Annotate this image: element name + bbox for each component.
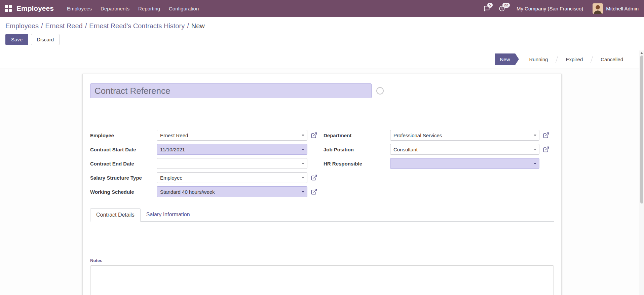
working-schedule-field[interactable] bbox=[157, 186, 307, 197]
contract-end-date-field[interactable] bbox=[157, 158, 307, 169]
field-row-working-schedule: Working Schedule bbox=[90, 186, 307, 197]
contract-start-date-field[interactable] bbox=[157, 144, 307, 155]
main-menu: Employees Departments Reporting Configur… bbox=[63, 0, 203, 17]
stage-cancelled[interactable]: Cancelled bbox=[595, 53, 629, 65]
left-column: Employee Contract Start Date bbox=[90, 130, 307, 200]
kanban-state-icon[interactable] bbox=[376, 87, 384, 95]
apps-menu-icon[interactable] bbox=[5, 5, 12, 12]
salary-structure-type-label: Salary Structure Type bbox=[90, 175, 157, 181]
external-link-icon[interactable] bbox=[543, 146, 550, 153]
breadcrumb-separator: / bbox=[83, 22, 89, 30]
company-switcher[interactable]: My Company (San Francisco) bbox=[517, 6, 583, 11]
user-avatar[interactable] bbox=[593, 3, 603, 14]
dropdown-caret-icon[interactable] bbox=[534, 149, 536, 150]
job-position-input[interactable] bbox=[390, 144, 539, 155]
breadcrumb-separator: / bbox=[185, 22, 191, 30]
navbar-right: 5 22 My Company (San Francisco) Mitchell… bbox=[475, 3, 639, 14]
breadcrumb-separator: / bbox=[39, 22, 45, 30]
activities-badge: 22 bbox=[502, 3, 510, 8]
scrollbar-thumb[interactable] bbox=[640, 56, 643, 204]
dropdown-caret-icon[interactable] bbox=[302, 177, 304, 179]
menu-configuration[interactable]: Configuration bbox=[164, 4, 203, 13]
dropdown-caret-icon[interactable] bbox=[302, 149, 304, 150]
tab-contract-details[interactable]: Contract Details bbox=[90, 208, 141, 222]
field-row-department: Department bbox=[324, 130, 539, 141]
external-link-icon[interactable] bbox=[311, 188, 317, 195]
avatar-image bbox=[593, 3, 603, 14]
save-button[interactable]: Save bbox=[5, 34, 28, 45]
field-row-contract-start-date: Contract Start Date bbox=[90, 144, 307, 155]
messages-button[interactable]: 5 bbox=[484, 5, 490, 12]
content-area: Employee Contract Start Date bbox=[0, 69, 644, 295]
stage-running[interactable]: Running bbox=[524, 53, 554, 65]
breadcrumb: Employees/Ernest Reed/Ernest Reed's Cont… bbox=[0, 17, 644, 30]
tab-salary-information[interactable]: Salary Information bbox=[141, 208, 196, 222]
app-name[interactable]: Employees bbox=[16, 4, 54, 12]
external-link-icon[interactable] bbox=[311, 174, 317, 181]
scroll-up-arrow-icon[interactable] bbox=[640, 52, 643, 54]
stage-expired[interactable]: Expired bbox=[560, 53, 588, 65]
dropdown-caret-icon[interactable] bbox=[302, 135, 304, 136]
working-schedule-label: Working Schedule bbox=[90, 189, 157, 195]
menu-reporting[interactable]: Reporting bbox=[134, 4, 164, 13]
employee-label: Employee bbox=[90, 133, 157, 138]
contract-details-tab-content: Notes bbox=[90, 222, 554, 295]
notes-label: Notes bbox=[90, 258, 554, 263]
notes-textarea[interactable] bbox=[90, 265, 554, 295]
department-input[interactable] bbox=[390, 130, 539, 141]
breadcrumb-ernest-reed[interactable]: Ernest Reed bbox=[45, 22, 83, 30]
messages-badge: 5 bbox=[487, 3, 493, 8]
menu-employees[interactable]: Employees bbox=[63, 4, 96, 13]
field-group: Employee Contract Start Date bbox=[90, 130, 554, 200]
job-position-field[interactable] bbox=[390, 144, 539, 155]
field-row-salary-structure-type: Salary Structure Type bbox=[90, 172, 307, 183]
discard-button[interactable]: Discard bbox=[31, 34, 60, 45]
dropdown-caret-icon[interactable] bbox=[534, 135, 536, 136]
external-link-icon[interactable] bbox=[543, 132, 550, 139]
working-schedule-input[interactable] bbox=[157, 186, 307, 197]
department-field[interactable] bbox=[390, 130, 539, 141]
action-buttons: Save Discard bbox=[0, 30, 644, 50]
hr-responsible-input[interactable] bbox=[390, 158, 539, 169]
employee-input[interactable] bbox=[157, 130, 307, 141]
contract-end-date-input[interactable] bbox=[157, 158, 307, 169]
hr-responsible-field[interactable] bbox=[390, 158, 539, 169]
dropdown-caret-icon[interactable] bbox=[302, 191, 304, 193]
scrollbar[interactable] bbox=[639, 50, 644, 295]
salary-structure-type-input[interactable] bbox=[157, 172, 307, 183]
breadcrumb-employees[interactable]: Employees bbox=[5, 22, 39, 30]
hr-responsible-label: HR Responsible bbox=[324, 161, 390, 167]
activities-button[interactable]: 22 bbox=[499, 5, 505, 12]
contract-form-sheet: Employee Contract Start Date bbox=[82, 74, 562, 295]
contract-start-date-input[interactable] bbox=[157, 144, 307, 155]
field-row-hr-responsible: HR Responsible bbox=[324, 158, 539, 169]
dropdown-caret-icon[interactable] bbox=[534, 163, 536, 164]
user-menu[interactable]: Mitchell Admin bbox=[606, 6, 639, 11]
breadcrumb-current: New bbox=[191, 22, 205, 30]
employee-field[interactable] bbox=[157, 130, 307, 141]
field-row-job-position: Job Position bbox=[324, 144, 539, 155]
external-link-icon[interactable] bbox=[311, 132, 317, 139]
dropdown-caret-icon[interactable] bbox=[302, 163, 304, 164]
field-row-contract-end-date: Contract End Date bbox=[90, 158, 307, 169]
salary-structure-type-field[interactable] bbox=[157, 172, 307, 183]
top-navbar: Employees Employees Departments Reportin… bbox=[0, 0, 644, 17]
notebook-tabs: Contract Details Salary Information bbox=[90, 208, 554, 222]
stage-separator bbox=[591, 56, 593, 63]
stage-new[interactable]: New bbox=[495, 53, 515, 65]
contract-start-date-label: Contract Start Date bbox=[90, 147, 157, 152]
field-row-employee: Employee bbox=[90, 130, 307, 141]
contract-reference-input[interactable] bbox=[90, 83, 372, 98]
title-row bbox=[90, 83, 554, 98]
stage-separator bbox=[556, 56, 558, 63]
breadcrumb-contracts-history[interactable]: Ernest Reed's Contracts History bbox=[89, 22, 185, 30]
contract-end-date-label: Contract End Date bbox=[90, 161, 157, 167]
menu-departments[interactable]: Departments bbox=[96, 4, 134, 13]
contract-statusbar: New Running Expired Cancelled bbox=[0, 50, 644, 69]
right-column: Department Job Position bbox=[324, 130, 539, 200]
department-label: Department bbox=[324, 133, 390, 138]
job-position-label: Job Position bbox=[324, 147, 390, 152]
